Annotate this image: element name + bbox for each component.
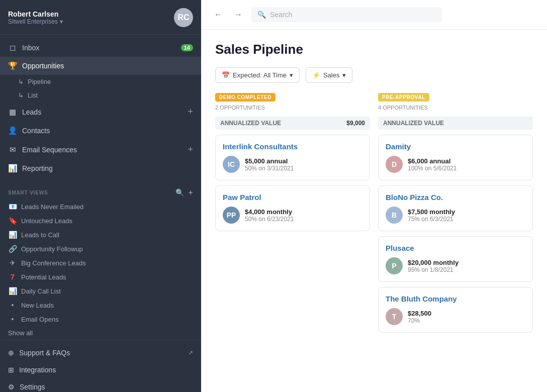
- search-bar[interactable]: 🔍 Search: [251, 7, 442, 22]
- sidebar-item-label: Inbox: [22, 44, 39, 52]
- smart-view-email-opens[interactable]: • Email Opens: [0, 312, 201, 326]
- opp-detail: T $28,500 70%: [386, 308, 525, 325]
- big-conference-leads-icon: ✈: [8, 259, 17, 267]
- sidebar-item-integrations[interactable]: ⊞ Integrations: [0, 361, 201, 378]
- show-all-link[interactable]: Show all: [0, 326, 201, 340]
- opp-amount: $28,500: [408, 310, 431, 317]
- add-email-sequences-icon[interactable]: +: [188, 144, 193, 155]
- new-leads-icon: •: [8, 301, 17, 309]
- sidebar-item-label: Integrations: [19, 366, 56, 374]
- sidebar-item-opportunities[interactable]: 🏆 Opportunities: [0, 57, 201, 75]
- leads-icon: ▦: [8, 108, 17, 117]
- opp-detail: P $20,000 monthly 95% on 1/8/2021: [386, 257, 525, 274]
- smart-view-label: Daily Call List: [21, 287, 61, 295]
- opp-detail: B $7,500 monthly 75% on 6/3/2021: [386, 207, 525, 224]
- top-bar: ← → 🔍 Search: [201, 0, 547, 30]
- sidebar-item-reporting[interactable]: 📊 Reporting: [0, 159, 201, 177]
- opp-name: Paw Patrol: [223, 193, 362, 202]
- opp-meta: 95% on 1/8/2021: [408, 266, 459, 273]
- value-label: ANNUALIZED VALUE: [220, 120, 281, 127]
- sidebar-item-list[interactable]: ↳ List: [0, 88, 201, 102]
- forward-button[interactable]: →: [231, 8, 245, 22]
- sidebar-item-contacts[interactable]: 👤 Contacts: [0, 122, 201, 140]
- col-value-row: ANNUALIZED VALUE: [378, 117, 533, 130]
- opp-info: $4,000 monthly 50% on 6/23/2021: [245, 208, 294, 223]
- sidebar-item-pipeline[interactable]: ↳ Pipeline: [0, 75, 201, 88]
- col-opp-count: 4 OPPORTUNITIES: [378, 105, 533, 111]
- leads-to-call-icon: 📊: [8, 231, 17, 239]
- smart-view-opportunity-followup[interactable]: 🔗 Opportunity Followup: [0, 242, 201, 256]
- opp-card-damity[interactable]: Damity D $6,000 annual 100% on 5/6/2021: [378, 135, 533, 180]
- opp-name: BloNo Pizza Co.: [386, 193, 525, 202]
- sidebar-item-email-sequences[interactable]: ✉ Email Sequences +: [0, 140, 201, 159]
- add-smart-view-icon[interactable]: +: [189, 188, 193, 197]
- filter-icon: ⚡: [312, 71, 320, 79]
- opp-card-plusace[interactable]: Plusace P $20,000 monthly 95% on 1/8/202…: [378, 236, 533, 282]
- opportunities-icon: 🏆: [8, 61, 17, 70]
- opp-card-bluth-company[interactable]: The Bluth Company T $28,500 70%: [378, 287, 533, 333]
- sidebar-item-leads[interactable]: ▦ Leads +: [0, 102, 201, 122]
- search-icon: 🔍: [257, 11, 266, 19]
- sidebar-item-support[interactable]: ⊕ Support & FAQs ↗: [0, 344, 201, 361]
- user-info: Robert Carlsen Sitwell Enterprises ▾: [8, 10, 63, 25]
- sidebar-footer: ⊕ Support & FAQs ↗ ⊞ Integrations ⚙ Sett…: [0, 340, 201, 392]
- smart-view-leads-to-call[interactable]: 📊 Leads to Call: [0, 228, 201, 242]
- show-all-label: Show all: [8, 329, 33, 337]
- smart-view-big-conference-leads[interactable]: ✈ Big Conference Leads: [0, 256, 201, 270]
- opp-meta: 75% on 6/3/2021: [408, 216, 455, 223]
- chevron-down-icon: ▾: [342, 71, 346, 79]
- smart-view-label: Opportunity Followup: [21, 245, 83, 253]
- smart-view-daily-call-list[interactable]: 📊 Daily Call List: [0, 284, 201, 298]
- integrations-icon: ⊞: [8, 366, 14, 374]
- page-body: Sales Pipeline 📅 Expected: All Time ▾ ⚡ …: [201, 30, 547, 392]
- opp-name: Interlink Consultants: [223, 142, 362, 151]
- potential-leads-icon: 7: [8, 273, 17, 281]
- expected-filter[interactable]: 📅 Expected: All Time ▾: [215, 67, 300, 83]
- col-opp-count: 2 OPPORTUNITIES: [215, 105, 370, 111]
- opp-card-paw-patrol[interactable]: Paw Patrol PP $4,000 monthly 50% on 6/23…: [215, 185, 370, 231]
- leads-never-emailed-icon: 📧: [8, 203, 17, 211]
- opp-info: $7,500 monthly 75% on 6/3/2021: [408, 208, 455, 223]
- avatar: T: [386, 308, 403, 325]
- opp-card-blono-pizza[interactable]: BloNo Pizza Co. B $7,500 monthly 75% on …: [378, 185, 533, 231]
- sidebar-item-settings[interactable]: ⚙ Settings: [0, 378, 201, 392]
- page-title: Sales Pipeline: [215, 42, 533, 57]
- email-sequences-icon: ✉: [8, 145, 17, 154]
- daily-call-list-icon: 📊: [8, 287, 17, 295]
- smart-view-label: Big Conference Leads: [21, 259, 86, 267]
- search-icon[interactable]: 🔍: [175, 188, 185, 197]
- sales-filter[interactable]: ⚡ Sales ▾: [306, 67, 353, 83]
- smart-view-label: Leads to Call: [21, 231, 59, 239]
- chevron-down-icon: ▾: [290, 71, 293, 79]
- reporting-icon: 📊: [8, 164, 17, 173]
- add-leads-icon[interactable]: +: [188, 107, 193, 117]
- smart-view-untouched-leads[interactable]: 🔖 Untouched Leads: [0, 214, 201, 228]
- settings-icon: ⚙: [8, 383, 15, 391]
- search-placeholder: Search: [270, 11, 292, 19]
- sidebar-item-label: Email Sequences: [22, 146, 77, 154]
- contacts-icon: 👤: [8, 126, 17, 135]
- pipeline-col-pre-approval: PRE-APPROVAL 4 OPPORTUNITIES ANNUALIZED …: [378, 92, 533, 338]
- opp-detail: D $6,000 annual 100% on 5/6/2021: [386, 156, 525, 173]
- sidebar-item-inbox[interactable]: ◻ Inbox 14: [0, 39, 201, 57]
- col-header-pre-approval: PRE-APPROVAL 4 OPPORTUNITIES: [378, 92, 533, 111]
- avatar: B: [386, 207, 403, 224]
- col-badge: PRE-APPROVAL: [378, 93, 429, 102]
- opp-name: Plusace: [386, 244, 525, 252]
- smart-view-potential-leads[interactable]: 7 Potential Leads: [0, 270, 201, 284]
- opp-card-interlink[interactable]: Interlink Consultants IC $5,000 annual 5…: [215, 135, 370, 180]
- support-icon: ⊕: [8, 349, 14, 357]
- opp-amount: $6,000 annual: [408, 157, 457, 165]
- main-content: ← → 🔍 Search Sales Pipeline 📅 Expected: …: [201, 0, 547, 392]
- value-label: ANNUALIZED VALUE: [383, 120, 444, 127]
- main-nav: ◻ Inbox 14 🏆 Opportunities ↳ Pipeline ↳ …: [0, 35, 201, 181]
- smart-view-new-leads[interactable]: • New Leads: [0, 298, 201, 312]
- external-link-icon: ↗: [188, 349, 193, 356]
- smart-view-leads-never-emailed[interactable]: 📧 Leads Never Emailed: [0, 200, 201, 214]
- sidebar-item-label: Pipeline: [28, 78, 51, 85]
- back-button[interactable]: ←: [211, 8, 225, 22]
- sidebar-item-label: Opportunities: [22, 62, 64, 70]
- sidebar-item-label: Reporting: [22, 164, 53, 172]
- pipeline-columns: DEMO COMPLETED 2 OPPORTUNITIES ANNUALIZE…: [215, 92, 533, 338]
- sidebar-item-label: Contacts: [22, 127, 50, 135]
